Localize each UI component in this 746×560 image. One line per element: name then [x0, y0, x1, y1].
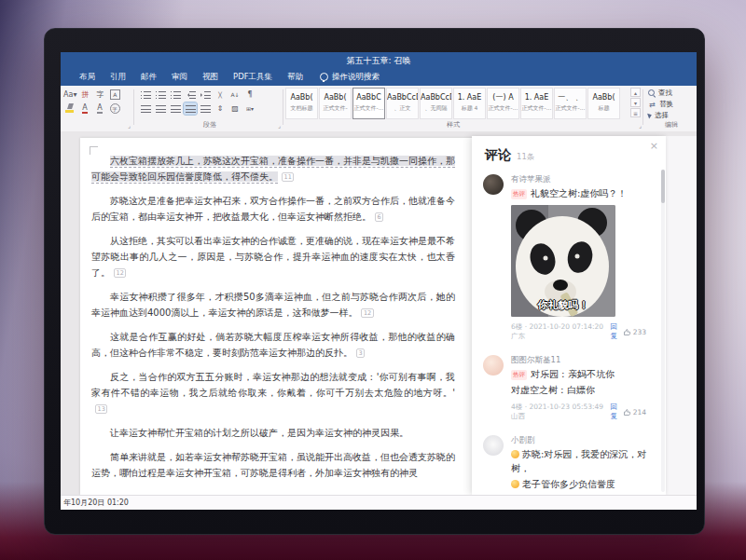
thumbs-up-icon	[623, 408, 631, 417]
justify-icon[interactable]	[184, 102, 197, 115]
styles-group: AaBb(文档标题AaBb(正式文件-AaBbC正式文件-...AaBbCcD、…	[285, 88, 642, 130]
gallery-up-icon[interactable]: ▴	[630, 88, 641, 97]
style-card-2[interactable]: AaBbC正式文件-...	[352, 88, 385, 119]
font-color-icon[interactable]: A	[78, 102, 91, 115]
ribbon-tab-1[interactable]: 引用	[103, 68, 133, 86]
find-icon	[648, 89, 656, 97]
paragraph-group-row1: ╳A↓¶	[139, 88, 281, 102]
style-label: 正式文件-...	[353, 104, 384, 113]
align-right-icon[interactable]	[169, 102, 182, 115]
styles-dialog-launcher-icon[interactable]: ⌟	[639, 123, 642, 129]
comment-username[interactable]: 有诗苹果派	[511, 173, 648, 184]
reply-button[interactable]: 回复	[611, 403, 623, 421]
avatar[interactable]	[483, 174, 504, 195]
avatar[interactable]	[483, 355, 504, 376]
highlight-color-icon[interactable]	[63, 102, 76, 115]
emoji-icon	[511, 480, 519, 488]
style-card-1[interactable]: AaBb(正式文件-	[319, 88, 352, 119]
document-text[interactable]: 六枚宝箱摆放茶几上，苏晓这次开宝箱，准备操作一番，并非是与凯撒一同操作，那可能会…	[91, 153, 455, 489]
gallery-more-icon[interactable]: ≡	[630, 108, 641, 117]
comment-line-text: 老子管你多少负信誉度	[522, 479, 615, 489]
numbered-list-icon[interactable]	[154, 89, 167, 101]
comment-line-text: 对乐园：亲妈不坑你	[531, 369, 615, 379]
ribbon: Aa▾拼字A AA字 ⌟ ╳A↓¶ ⇕▨⊞▾ 段落 ⌟ AaBb(文档标题AaB…	[61, 86, 697, 132]
borders-icon[interactable]: ⊞▾	[243, 102, 256, 115]
character-scaling-icon[interactable]: 字	[93, 89, 106, 101]
increase-indent-icon[interactable]	[199, 89, 212, 101]
style-preview: 一、 、	[555, 89, 586, 104]
comment-meta-text: 4楼 · 2021-10-23 05:53:49 山西	[511, 403, 606, 421]
change-case-icon[interactable]: Aa▾	[63, 89, 76, 101]
paragraph-5: 这就是合作互赢的好处，倘若苏晓大幅度压榨幸运女神所得收益，那他的收益的确高，但这…	[91, 329, 455, 361]
paragraph-1: 六枚宝箱摆放茶几上，苏晓这次开宝箱，准备操作一番，并非是与凯撒一同操作，那可能会…	[91, 153, 455, 184]
like-button[interactable]: 214	[623, 408, 646, 417]
font-group-row1: Aa▾拼字A	[63, 88, 131, 102]
avatar[interactable]	[483, 435, 504, 456]
comment-item: 图图尔斯基11热评对乐园：亲妈不坑你对虚空之树：白嫖你4楼 · 2021-10-…	[472, 347, 659, 427]
ribbon-tab-3[interactable]: 审阅	[164, 68, 195, 86]
style-card-4[interactable]: AaBbCcD、无间隔	[420, 88, 452, 119]
align-center-icon[interactable]	[154, 102, 167, 115]
comment-image[interactable]: 你礼貌吗！	[511, 205, 615, 317]
decrease-indent-icon[interactable]	[184, 89, 197, 101]
enclose-character-icon[interactable]: 字	[108, 102, 121, 115]
ribbon-tab-2[interactable]: 邮件	[133, 68, 164, 86]
editing-find[interactable]: 查找	[648, 88, 695, 99]
style-card-8[interactable]: 一、 、正式文件-...	[554, 88, 587, 119]
ribbon-tab-bar: 布局引用邮件审阅视图PDF工具集帮助 操作说明搜索	[61, 68, 697, 86]
paragraph-text: 简单来讲就是，如若幸运女神帮苏晓开宝箱，虽说能开出高收益，但也会透支苏晓的运势，…	[91, 452, 455, 478]
character-border-icon[interactable]: A	[108, 89, 121, 101]
comment-count-marker[interactable]: 12	[361, 308, 373, 318]
ribbon-tab-5[interactable]: PDF工具集	[226, 68, 280, 86]
editing-group: 查找⇄替换选择 编辑	[648, 88, 695, 130]
comment-username[interactable]: 图图尔斯基11	[511, 354, 648, 365]
paragraph-text: 从这拒绝，其实可以看出幸运女神的合作诚意，更准确的说，现在幸运女神是最不希望苏晓…	[91, 236, 455, 278]
style-card-7[interactable]: 1. AaE正式文件-...	[520, 88, 553, 119]
paragraph-text: 这就是合作互赢的好处，倘若苏晓大幅度压榨幸运女神所得收益，那他的收益的确高，但这…	[91, 332, 455, 358]
style-card-0[interactable]: AaBb(文档标题	[285, 88, 318, 119]
character-shading-icon[interactable]: A	[93, 102, 106, 115]
comment-count-marker[interactable]: 13	[95, 404, 107, 414]
paragraph-3: 从这拒绝，其实可以看出幸运女神的合作诚意，更准确的说，现在幸运女神是最不希望苏晓…	[91, 233, 455, 280]
shading-icon[interactable]: ▨	[228, 102, 242, 115]
show-marks-icon[interactable]: ¶	[243, 89, 256, 101]
image-caption: 你礼貌吗！	[511, 298, 615, 312]
sort-icon[interactable]: A↓	[228, 89, 242, 101]
paragraph-dialog-launcher-icon[interactable]: ⌟	[278, 123, 281, 129]
close-icon[interactable]: ×	[650, 141, 658, 151]
editing-replace[interactable]: ⇄替换	[648, 99, 695, 110]
panel-scrollbar[interactable]	[661, 170, 665, 492]
style-gallery: AaBb(文档标题AaBb(正式文件-AaBbC正式文件-...AaBbCcD、…	[285, 88, 620, 119]
paragraph-text: 让幸运女神帮忙开宝箱的计划之所以破产，是因为幸运女神的神灵因果。	[110, 428, 408, 438]
comment-line-text: 礼貌空之树:虚你吗？！	[531, 188, 627, 198]
style-preview: AaBbCcD	[421, 89, 451, 104]
style-card-5[interactable]: 1. AaE标题 4	[453, 88, 486, 119]
font-group: Aa▾拼字A AA字 ⌟	[63, 88, 131, 130]
scroll-gutter[interactable]	[666, 136, 697, 495]
tell-me-search[interactable]: 操作说明搜索	[320, 72, 380, 83]
comment-count-marker[interactable]: 12	[114, 268, 126, 278]
font-dialog-launcher-icon[interactable]: ⌟	[128, 123, 131, 129]
style-card-3[interactable]: AaBbCcD、正文	[386, 88, 419, 119]
distributed-icon[interactable]	[199, 102, 212, 115]
style-card-6[interactable]: (一) A正式文件-...	[487, 88, 519, 119]
panel-scroll-thumb[interactable]	[661, 170, 665, 203]
asian-layout-icon[interactable]: ╳	[214, 89, 227, 101]
ribbon-tab-0[interactable]: 布局	[72, 68, 103, 86]
comment-count-marker[interactable]: 11	[282, 172, 294, 182]
phonetic-guide-icon[interactable]: 拼	[78, 89, 91, 101]
reply-button[interactable]: 回复	[611, 322, 623, 341]
style-card-9[interactable]: AaBb(标题	[587, 88, 620, 119]
line-spacing-icon[interactable]: ⇕	[214, 102, 227, 115]
gallery-down-icon[interactable]: ▾	[630, 98, 641, 107]
bullet-list-icon[interactable]	[139, 89, 152, 101]
like-button[interactable]: 233	[623, 328, 646, 336]
ribbon-tab-6[interactable]: 帮助	[280, 68, 311, 86]
align-left-icon[interactable]	[139, 102, 152, 115]
multilevel-list-icon[interactable]	[169, 89, 182, 101]
editing-group-label: 编辑	[648, 120, 695, 130]
comment-count-marker[interactable]: 6	[375, 212, 383, 222]
comment-count-marker[interactable]: 3	[356, 348, 365, 358]
ribbon-tab-4[interactable]: 视图	[195, 68, 226, 86]
comment-username[interactable]: 小剧剧	[511, 434, 648, 445]
